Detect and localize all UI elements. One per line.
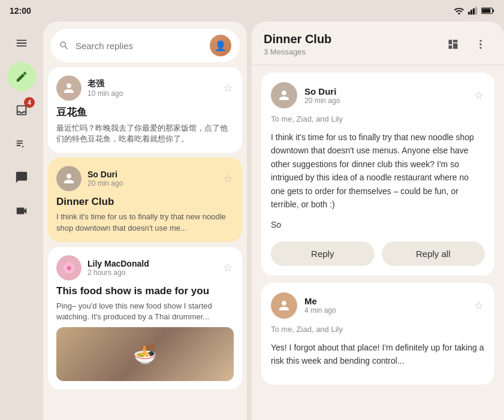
email-time-2: 4 min ago <box>304 306 466 315</box>
sidebar-item-inbox[interactable]: 4 <box>7 96 36 125</box>
message-title-1: 豆花鱼 <box>56 105 234 119</box>
message-card-2[interactable]: So Duri 20 min ago ☆ Dinner Club I think… <box>48 158 242 241</box>
food-show-image: 🍜 <box>56 327 234 381</box>
svg-rect-0 <box>468 12 470 15</box>
more-vert-icon <box>475 38 487 50</box>
search-input[interactable] <box>76 41 204 51</box>
message-preview-3: Ping– you'd love this new food show I st… <box>56 301 234 322</box>
status-time: 12:00 <box>10 6 31 16</box>
layout-icon <box>447 38 459 50</box>
card-meta-2: So Duri 20 min ago <box>87 170 216 188</box>
svg-rect-6 <box>482 8 490 13</box>
sidebar: 4 <box>0 22 43 420</box>
more-options-button[interactable] <box>469 33 492 56</box>
send-time-3: 2 hours ago <box>87 268 216 277</box>
email-to-2: To me, Ziad, and Lily <box>271 325 485 334</box>
search-bar: 👤 <box>50 29 240 62</box>
send-time-2: 20 min ago <box>87 179 216 188</box>
sidebar-item-chat[interactable] <box>7 163 36 192</box>
sender-avatar-3: 🌸 <box>56 255 82 280</box>
layout-button[interactable] <box>442 33 464 56</box>
status-icons <box>454 7 494 15</box>
email-time-1: 20 min ago <box>304 96 466 105</box>
detail-title-group: Dinner Club 3 Messages <box>264 32 331 56</box>
reply-all-button[interactable]: Reply all <box>382 241 485 266</box>
sender-avatar-2 <box>56 166 82 191</box>
sender-name-2: So Duri <box>87 170 216 179</box>
email-body-2: Yes! I forgot about that place! I'm defi… <box>271 341 485 368</box>
email-paragraph-3: Yes! I forgot about that place! I'm defi… <box>271 341 485 368</box>
menu-icon <box>15 37 28 50</box>
message-title-3: This food show is made for you <box>56 285 234 297</box>
email-card-2: Me 4 min ago ☆ To me, Ziad, and Lily Yes… <box>261 283 494 385</box>
edit-icon <box>15 70 28 83</box>
sender-name-3: Lily MacDonald <box>87 259 216 268</box>
chat-icon <box>15 171 28 184</box>
star-button-3[interactable]: ☆ <box>222 260 234 276</box>
card-header-3: 🌸 Lily MacDonald 2 hours ago ☆ <box>56 255 234 280</box>
email-to-1: To me, Ziad, and Lily <box>271 114 485 123</box>
email-paragraph-1: I think it's time for us to finally try … <box>271 131 485 211</box>
sender-avatar-1 <box>56 75 82 101</box>
user-avatar[interactable]: 👤 <box>210 35 231 56</box>
app-container: 4 <box>0 22 504 420</box>
email-card-1: So Duri 20 min ago ☆ To me, Ziad, and Li… <box>261 72 494 276</box>
star-button-1[interactable]: ☆ <box>222 80 234 96</box>
svg-point-10 <box>479 47 481 49</box>
detail-subtitle: 3 Messages <box>264 47 331 56</box>
message-preview-1: 最近忙吗？昨晚我去了你最爱的那家饭馆，点了他们的特色豆花鱼，吃着吃着就想你了。 <box>56 123 234 144</box>
email-body-1: I think it's time for us to finally try … <box>271 131 485 232</box>
detail-actions <box>442 33 492 56</box>
email-avatar-2 <box>271 292 297 319</box>
sidebar-item-video[interactable] <box>7 197 36 225</box>
detail-header: Dinner Club 3 Messages <box>252 22 504 65</box>
card-header-2: So Duri 20 min ago ☆ <box>56 166 234 191</box>
svg-point-9 <box>479 43 481 45</box>
svg-rect-3 <box>475 7 477 15</box>
svg-rect-1 <box>470 10 472 14</box>
messages-list: 老强 10 min ago ☆ 豆花鱼 最近忙吗？昨晚我去了你最爱的那家饭馆，点… <box>43 67 247 420</box>
inbox-badge: 4 <box>24 97 35 108</box>
email-paragraph-2: So <box>271 218 485 231</box>
detail-title: Dinner Club <box>264 32 331 46</box>
messages-panel: 👤 老强 10 min ago ☆ 豆花鱼 最近忙吗？昨晚我去了你最爱的 <box>43 22 247 420</box>
card-meta-3: Lily MacDonald 2 hours ago <box>87 259 216 277</box>
svg-point-8 <box>479 40 481 42</box>
message-preview-2: I think it's time for us to finally try … <box>56 211 234 233</box>
video-icon <box>15 204 28 217</box>
email-sender-1: So Duri <box>304 86 466 96</box>
sender-name-1: 老强 <box>87 78 216 89</box>
email-meta-1: So Duri 20 min ago <box>304 86 466 105</box>
message-card-3[interactable]: 🌸 Lily MacDonald 2 hours ago ☆ This food… <box>48 247 242 389</box>
battery-icon <box>481 7 494 14</box>
svg-rect-5 <box>493 10 494 13</box>
notes-icon <box>15 137 28 150</box>
signal-icon <box>468 7 478 15</box>
email-header-1: So Duri 20 min ago ☆ <box>271 82 485 108</box>
reply-actions-1: Reply Reply all <box>271 241 485 266</box>
search-icon <box>59 40 70 51</box>
sidebar-item-menu[interactable] <box>7 29 36 58</box>
email-header-2: Me 4 min ago ☆ <box>271 292 485 319</box>
email-meta-2: Me 4 min ago <box>304 296 466 315</box>
email-sender-2: Me <box>304 296 466 306</box>
card-header-1: 老强 10 min ago ☆ <box>56 75 234 101</box>
email-star-2[interactable]: ☆ <box>473 298 485 313</box>
message-card-1[interactable]: 老强 10 min ago ☆ 豆花鱼 最近忙吗？昨晚我去了你最爱的那家饭馆，点… <box>48 67 242 153</box>
message-title-2: Dinner Club <box>56 196 234 208</box>
email-avatar-1 <box>271 82 297 108</box>
svg-rect-2 <box>473 8 475 14</box>
star-button-2[interactable]: ☆ <box>222 171 234 186</box>
send-time-1: 10 min ago <box>87 89 216 98</box>
reply-button[interactable]: Reply <box>271 241 375 266</box>
card-meta-1: 老强 10 min ago <box>87 78 216 98</box>
food-image-placeholder: 🍜 <box>56 327 234 381</box>
sidebar-item-compose[interactable] <box>7 62 36 91</box>
detail-panel: Dinner Club 3 Messages <box>252 22 504 420</box>
status-bar: 12:00 <box>0 0 504 22</box>
email-star-1[interactable]: ☆ <box>473 87 485 103</box>
sidebar-item-notes[interactable] <box>7 129 36 158</box>
wifi-icon <box>454 7 464 15</box>
detail-content: So Duri 20 min ago ☆ To me, Ziad, and Li… <box>252 65 504 420</box>
